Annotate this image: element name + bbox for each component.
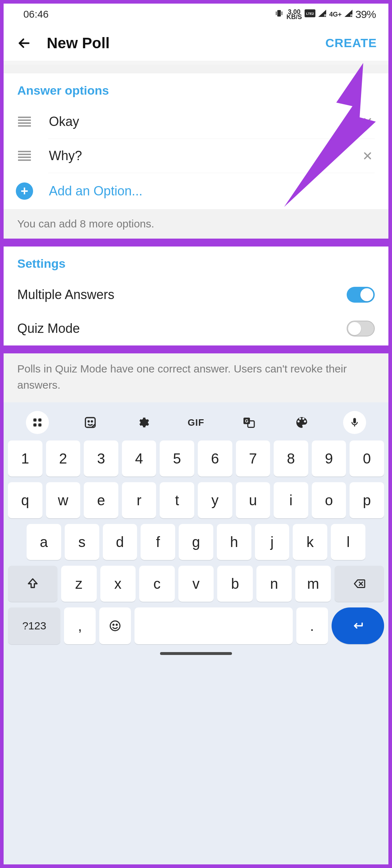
svg-point-13 xyxy=(91,421,92,422)
drag-handle-icon[interactable] xyxy=(17,149,32,163)
key-period[interactable]: . xyxy=(296,607,328,644)
key-g[interactable]: g xyxy=(179,524,213,560)
signal-2-icon: R xyxy=(345,10,352,19)
key-r[interactable]: r xyxy=(122,482,156,518)
key-c[interactable]: c xyxy=(139,566,175,602)
svg-rect-8 xyxy=(38,419,41,422)
signal-1-icon: R xyxy=(318,10,326,19)
key-p[interactable]: p xyxy=(350,482,384,518)
key-s[interactable]: s xyxy=(65,524,99,560)
key-z[interactable]: z xyxy=(61,566,97,602)
status-time: 06:46 xyxy=(23,9,49,20)
quiz-mode-hint: Polls in Quiz Mode have one correct answ… xyxy=(4,353,388,402)
key-b[interactable]: b xyxy=(217,566,253,602)
key-6[interactable]: 6 xyxy=(198,440,232,476)
svg-point-18 xyxy=(113,624,114,625)
svg-point-12 xyxy=(88,421,89,422)
option-text[interactable]: Why? xyxy=(49,148,360,163)
key-y[interactable]: y xyxy=(198,482,232,518)
keyboard-row-zxcv: z x c v b n m xyxy=(8,566,384,602)
svg-rect-2 xyxy=(282,12,282,15)
key-h[interactable]: h xyxy=(217,524,251,560)
option-row[interactable]: Okay xyxy=(17,105,375,139)
key-e[interactable]: e xyxy=(84,482,118,518)
svg-point-17 xyxy=(110,621,120,631)
key-4[interactable]: 4 xyxy=(122,440,156,476)
vibrate-icon xyxy=(275,9,283,20)
svg-rect-0 xyxy=(277,10,281,17)
kb-gif-button[interactable]: GIF xyxy=(184,411,208,434)
key-3[interactable]: 3 xyxy=(84,440,118,476)
key-space[interactable] xyxy=(135,607,292,644)
key-k[interactable]: k xyxy=(293,524,327,560)
nav-gesture-bar xyxy=(8,650,384,655)
key-2[interactable]: 2 xyxy=(46,440,81,476)
multiple-answers-row[interactable]: Multiple Answers xyxy=(17,278,375,312)
options-remaining-hint: You can add 8 more options. xyxy=(4,209,388,239)
settings-header: Settings xyxy=(17,257,375,271)
net-speed-indicator: 3.00 KB/S xyxy=(286,9,302,20)
key-7[interactable]: 7 xyxy=(236,440,270,476)
svg-text:R: R xyxy=(350,14,352,17)
keyboard: GIF G 1 2 3 4 5 6 7 8 9 0 q w e xyxy=(4,402,388,864)
settings-section: Settings Multiple Answers Quiz Mode xyxy=(4,247,388,345)
kb-sticker-icon[interactable] xyxy=(79,411,102,434)
remove-option-button[interactable] xyxy=(360,149,375,163)
key-numeric[interactable]: ?123 xyxy=(8,607,60,644)
kb-settings-icon[interactable] xyxy=(132,411,155,434)
drag-handle-icon[interactable] xyxy=(17,114,32,129)
svg-text:R: R xyxy=(324,14,326,17)
svg-rect-7 xyxy=(33,419,36,422)
keyboard-row-numbers: 1 2 3 4 5 6 7 8 9 0 xyxy=(8,440,384,476)
back-button[interactable] xyxy=(15,34,33,52)
option-row[interactable]: Why? xyxy=(17,139,375,173)
key-q[interactable]: q xyxy=(8,482,42,518)
svg-text:G: G xyxy=(245,419,248,424)
key-9[interactable]: 9 xyxy=(312,440,346,476)
add-option-button[interactable]: + Add an Option... xyxy=(17,173,375,209)
key-0[interactable]: 0 xyxy=(350,440,384,476)
remove-option-button[interactable] xyxy=(360,114,375,129)
key-j[interactable]: j xyxy=(255,524,290,560)
option-text[interactable]: Okay xyxy=(49,114,360,129)
key-backspace[interactable] xyxy=(334,566,384,602)
kb-apps-icon[interactable] xyxy=(26,411,49,434)
multiple-answers-toggle[interactable] xyxy=(347,287,375,303)
key-comma[interactable]: , xyxy=(64,607,96,644)
key-emoji[interactable] xyxy=(99,607,131,644)
kb-translate-icon[interactable]: G xyxy=(237,411,260,434)
key-enter[interactable] xyxy=(332,607,384,644)
key-u[interactable]: u xyxy=(236,482,270,518)
quiz-mode-toggle[interactable] xyxy=(347,321,375,336)
key-5[interactable]: 5 xyxy=(160,440,194,476)
status-bar: 06:46 3.00 KB/S LTE2 R 4G+ R 39% xyxy=(4,4,388,25)
key-w[interactable]: w xyxy=(46,482,81,518)
key-n[interactable]: n xyxy=(256,566,292,602)
svg-rect-1 xyxy=(276,12,277,15)
key-t[interactable]: t xyxy=(160,482,194,518)
key-shift[interactable] xyxy=(8,566,58,602)
svg-text:LTE2: LTE2 xyxy=(306,12,314,15)
svg-point-19 xyxy=(116,624,117,625)
key-d[interactable]: d xyxy=(103,524,137,560)
quiz-mode-row[interactable]: Quiz Mode xyxy=(17,312,375,345)
key-m[interactable]: m xyxy=(295,566,331,602)
battery-percentage: 39% xyxy=(355,8,376,21)
volte-icon: LTE2 xyxy=(305,9,315,19)
key-o[interactable]: o xyxy=(312,482,346,518)
key-l[interactable]: l xyxy=(331,524,365,560)
kb-theme-icon[interactable] xyxy=(290,411,313,434)
key-x[interactable]: x xyxy=(100,566,136,602)
key-i[interactable]: i xyxy=(274,482,308,518)
nav-hint-pill xyxy=(160,652,232,655)
key-a[interactable]: a xyxy=(27,524,61,560)
create-button[interactable]: CREATE xyxy=(325,36,377,50)
key-v[interactable]: v xyxy=(178,566,214,602)
key-1[interactable]: 1 xyxy=(8,440,42,476)
svg-rect-10 xyxy=(38,424,41,427)
key-f[interactable]: f xyxy=(141,524,175,560)
key-8[interactable]: 8 xyxy=(274,440,308,476)
keyboard-toolbar: GIF G xyxy=(8,407,384,440)
kb-mic-icon[interactable] xyxy=(343,411,366,434)
net-type: 4G+ xyxy=(329,12,342,17)
